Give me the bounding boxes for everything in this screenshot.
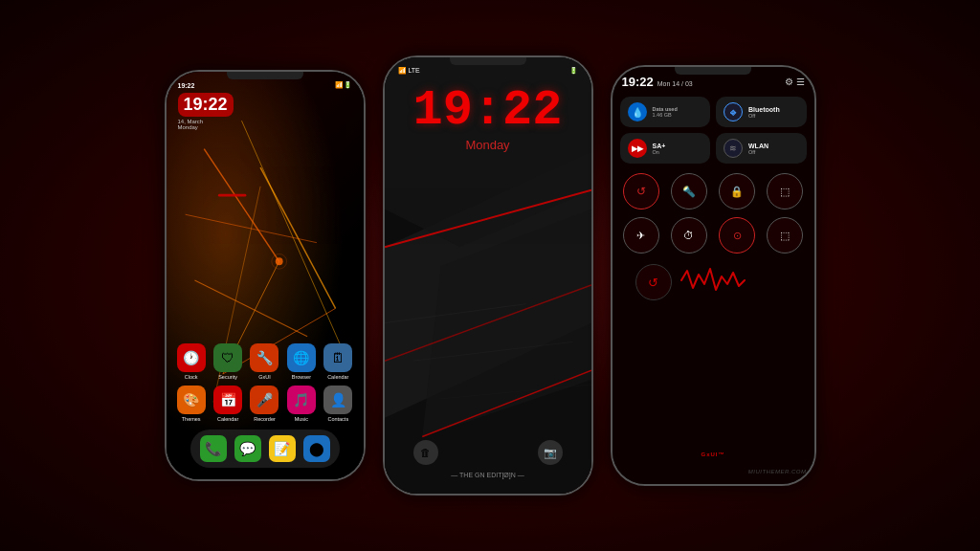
dock-home[interactable]: ⬤ (303, 435, 330, 462)
app-icon-contacts[interactable]: 👤 Contacts (323, 386, 353, 422)
control-bottom-row: ↺ (612, 259, 814, 305)
app-icon-security[interactable]: 🛡 Security (212, 343, 243, 380)
phone1-screen: 19:22 📶🔋 19:22 14, March Monday 🕐 Clock … (167, 72, 364, 479)
phone2-screen: 📶 LTE 🔋 19:22 Monday 🗑 📷 — THE GN EDIT[Ø… (385, 57, 591, 494)
phone2-camera-icon[interactable]: 📷 (538, 440, 563, 465)
ctrl-bottom-refresh[interactable]: ↺ (635, 264, 672, 300)
bluetooth-icon: ⎆ (724, 102, 743, 121)
brand-label: GxUI™ (701, 452, 724, 457)
phone1-time-widget: 19:22 14, March Monday (178, 93, 234, 130)
dock-notes[interactable]: 📝 (269, 435, 296, 462)
phone3-status-bar: 19:22 Mon 14 / 03 ⚙ ☰ (612, 67, 814, 93)
ctrl-lock-btn[interactable]: 🔒 (719, 173, 755, 209)
tile-sa-label: SA+ (653, 143, 666, 149)
phone2-time-display: 19:22 Monday (412, 86, 562, 152)
tile-data[interactable]: 💧 Data used 1.46 GB (620, 97, 711, 127)
phone1-frame: 19:22 📶🔋 19:22 14, March Monday 🕐 Clock … (165, 70, 366, 481)
quick-tiles: 💧 Data used 1.46 GB ⎆ Bluetooth Off ▶▶ S… (612, 93, 814, 167)
phone2-trash-icon[interactable]: 🗑 (413, 440, 438, 465)
app-icon-music[interactable]: 🎵 Music (286, 386, 317, 422)
ctrl-record-btn[interactable]: ⬚ (767, 217, 803, 253)
phone1-date: 14, March Monday (178, 119, 234, 130)
ctrl-airplane-btn[interactable]: ✈ (623, 217, 659, 253)
app-icon-gxui[interactable]: 🔧 GxUI (249, 343, 279, 380)
control-grid-row2: ✈ ⏱ ⊙ ⬚ (612, 211, 814, 259)
sa-icon: ▶▶ (628, 139, 647, 158)
dock-phone[interactable]: 📞 (200, 435, 227, 462)
ctrl-screenshot-btn[interactable]: ⬚ (767, 173, 803, 209)
dock-messages[interactable]: 💬 (234, 435, 261, 462)
app-icon-calendar2[interactable]: 📅 Calendar (212, 386, 243, 422)
wlan-icon: ≋ (724, 139, 743, 158)
svg-line-0 (204, 149, 278, 262)
phone2-edition-label: — THE GN EDIT[Ø]N — (451, 472, 524, 478)
app-grid: 🕐 Clock 🛡 Security 🔧 GxUI 🌐 Browser 🗓 Ca… (167, 343, 364, 422)
phone2-battery: 🔋 (569, 67, 578, 75)
phone2-frame: 📶 LTE 🔋 19:22 Monday 🗑 📷 — THE GN EDIT[Ø… (383, 55, 593, 496)
soundwave-display (679, 263, 746, 301)
phone1-signal-icons: 📶🔋 (335, 81, 352, 89)
phone1-status-time: 19:22 (178, 82, 195, 89)
phone2-bottom-icons: 🗑 📷 (385, 440, 591, 465)
phone1-dock: 📞 💬 📝 ⬤ (190, 430, 340, 468)
tile-bluetooth[interactable]: ⎆ Bluetooth Off (716, 97, 807, 127)
phone2-clock: 19:22 (412, 86, 562, 136)
ctrl-bottom-placeholder (754, 264, 791, 300)
app-icon-recorder[interactable]: 🎤 Recorder (249, 386, 279, 422)
settings-icon[interactable]: ⚙ (785, 77, 793, 87)
menu-icon[interactable]: ☰ (796, 77, 805, 87)
phone2-weekday: Monday (412, 138, 562, 152)
tile-bt-label: Bluetooth (748, 106, 780, 113)
svg-point-8 (275, 257, 282, 265)
phone2-status-bar: 📶 LTE 🔋 (385, 67, 591, 75)
tile-sa[interactable]: ▶▶ SA+ On (620, 133, 711, 164)
ctrl-rotate-btn[interactable]: ↺ (623, 173, 659, 209)
data-icon: 💧 (628, 102, 647, 121)
app-icon-clock[interactable]: 🕐 Clock (176, 343, 207, 380)
ctrl-timer-btn[interactable]: ⏱ (671, 217, 707, 253)
tile-data-value: 1.46 GB (653, 112, 678, 118)
tile-bt-value: Off (748, 113, 780, 119)
tile-wlan-value: Off (748, 149, 768, 155)
phone1-clock: 19:22 (178, 93, 234, 117)
svg-line-5 (241, 121, 345, 355)
phone3-top-icons: ⚙ ☰ (785, 77, 805, 87)
ctrl-flashlight-btn[interactable]: 🔦 (671, 173, 707, 209)
phone1-status-bar: 19:22 📶🔋 (167, 81, 364, 89)
app-icon-themes[interactable]: 🎨 Themes (176, 386, 207, 422)
phone3-screen: 19:22 Mon 14 / 03 ⚙ ☰ 💧 Data used 1.46 G… (612, 67, 814, 484)
ctrl-target-btn[interactable]: ⊙ (719, 217, 755, 253)
phone3-clock: 19:22 (622, 75, 654, 89)
watermark: MIUITHEMER.COM (748, 469, 807, 474)
svg-line-6 (194, 280, 307, 337)
tile-wlan-label: WLAN (748, 143, 768, 149)
phone3-date: Mon 14 / 03 (657, 80, 693, 87)
phone2-signal: 📶 LTE (398, 67, 420, 75)
svg-rect-10 (217, 194, 245, 197)
control-grid-row1: ↺ 🔦 🔒 ⬚ (612, 167, 814, 215)
tile-sa-value: On (653, 149, 666, 155)
app-icon-calendar1[interactable]: 🗓 Calendar (323, 343, 353, 380)
phone3-frame: 19:22 Mon 14 / 03 ⚙ ☰ 💧 Data used 1.46 G… (611, 65, 816, 486)
app-icon-browser[interactable]: 🌐 Browser (286, 343, 317, 380)
tile-wlan[interactable]: ≋ WLAN Off (716, 133, 807, 164)
